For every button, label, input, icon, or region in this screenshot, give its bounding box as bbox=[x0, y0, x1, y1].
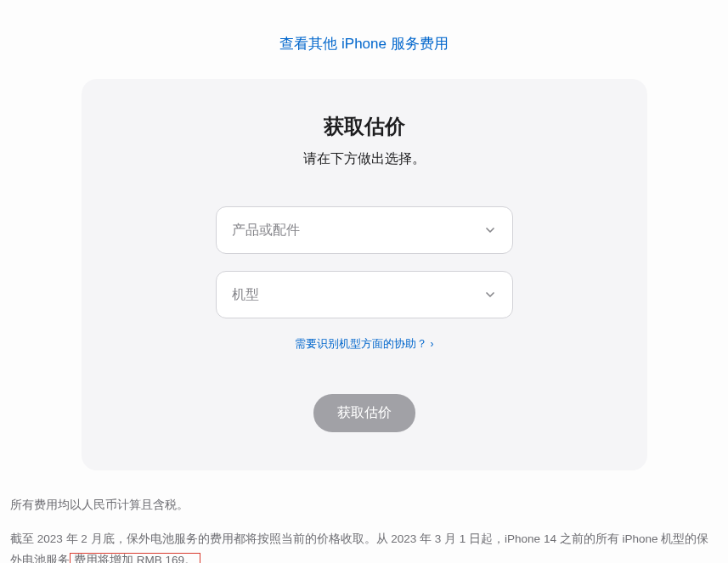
product-select-placeholder: 产品或配件 bbox=[232, 222, 300, 239]
view-other-services-link[interactable]: 查看其他 iPhone 服务费用 bbox=[279, 36, 448, 52]
chevron-down-icon bbox=[483, 288, 497, 301]
card-title: 获取估价 bbox=[116, 113, 613, 140]
footnotes: 所有费用均以人民币计算且含税。 截至 2023 年 2 月底，保外电池服务的费用… bbox=[0, 470, 728, 563]
model-select[interactable]: 机型 bbox=[216, 271, 513, 318]
chevron-down-icon bbox=[483, 223, 497, 237]
card-subtitle: 请在下方做出选择。 bbox=[116, 150, 613, 168]
price-increase-highlight: 费用将增加 RMB 169。 bbox=[70, 553, 200, 563]
footnote-line1: 所有费用均以人民币计算且含税。 bbox=[10, 494, 718, 516]
product-select[interactable]: 产品或配件 bbox=[216, 206, 513, 254]
model-select-placeholder: 机型 bbox=[232, 286, 259, 304]
footnote-line2: 截至 2023 年 2 月底，保外电池服务的费用都将按照当前的价格收取。从 20… bbox=[10, 528, 718, 563]
estimate-card: 获取估价 请在下方做出选择。 产品或配件 机型 需要识别机型方面的协助？› 获取… bbox=[82, 79, 647, 470]
get-estimate-button[interactable]: 获取估价 bbox=[313, 394, 415, 432]
model-help-link-label: 需要识别机型方面的协助？ bbox=[295, 337, 427, 350]
chevron-right-icon: › bbox=[431, 338, 434, 350]
model-help-link[interactable]: 需要识别机型方面的协助？› bbox=[295, 337, 434, 350]
